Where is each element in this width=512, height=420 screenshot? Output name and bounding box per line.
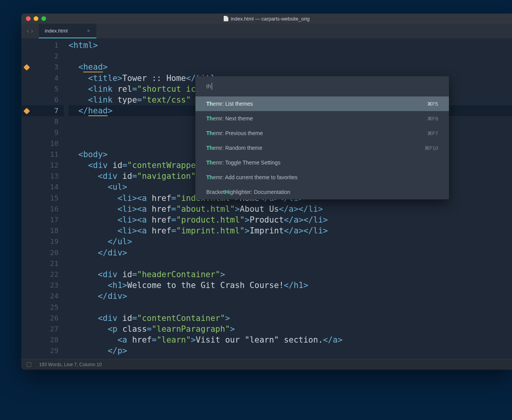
code-line: </p> xyxy=(68,345,512,356)
line-number: 1 xyxy=(21,40,64,51)
tab-close-icon[interactable]: × xyxy=(87,28,90,34)
line-number: 13 xyxy=(21,171,64,182)
code-line: <h1>Welcome to the Git Crash Course!</h1… xyxy=(68,280,512,291)
line-number: 20 xyxy=(21,247,64,258)
file-tab[interactable]: index.html × xyxy=(39,24,96,38)
line-number: 16 xyxy=(21,204,64,214)
command-palette-item[interactable]: Themr: Toggle Theme Settings xyxy=(195,155,449,170)
line-number: 2 xyxy=(21,51,64,62)
command-palette-list: Themr: List themes⌘F5Themr: Next theme⌘F… xyxy=(195,96,449,199)
command-palette: th Themr: List themes⌘F5Themr: Next them… xyxy=(195,76,449,199)
editor-window: index.html — carparts-website_orig ‹ › i… xyxy=(21,14,512,370)
line-number: 4 xyxy=(21,73,64,84)
line-number: 3 xyxy=(21,62,64,72)
code-line: <html> xyxy=(68,40,512,51)
code-line: <a href="learn">Visit our "learn" sectio… xyxy=(68,334,512,345)
code-line xyxy=(68,302,512,313)
line-number: 12 xyxy=(21,160,64,171)
command-palette-item[interactable]: Themr: Previous theme⌘F7 xyxy=(195,126,449,141)
line-number: 22 xyxy=(21,269,64,280)
code-line: </div> xyxy=(68,247,512,258)
command-palette-input[interactable]: th xyxy=(195,76,449,96)
editor-area: 1234567891011121314151617181920212223242… xyxy=(21,38,512,359)
line-number: 11 xyxy=(21,149,64,160)
line-number: 5 xyxy=(21,84,64,94)
line-number: 15 xyxy=(21,193,64,204)
line-number: 14 xyxy=(21,182,64,192)
line-number: 28 xyxy=(21,334,64,345)
code-line: <p class="learnParagraph"> xyxy=(68,324,512,334)
tab-label: index.html xyxy=(45,28,68,34)
shortcut-label: ⌘F10 xyxy=(425,145,438,151)
code-line: </div> xyxy=(68,291,512,302)
line-number: 29 xyxy=(21,345,64,356)
nav-back-button[interactable]: ‹ xyxy=(27,27,29,34)
titlebar: index.html — carparts-website_orig xyxy=(21,14,512,24)
line-number: 26 xyxy=(21,313,64,324)
code-line: <div id="contentContainer"> xyxy=(68,313,512,324)
shortcut-label: ⌘F8 xyxy=(427,116,438,122)
line-number: 21 xyxy=(21,258,64,269)
nav-forward-button[interactable]: › xyxy=(31,27,33,34)
code-line: </ul> xyxy=(68,236,512,247)
shortcut-label: ⌘F5 xyxy=(427,101,438,107)
line-number: 6 xyxy=(21,94,64,105)
line-number: 25 xyxy=(21,302,64,313)
code-line: <li><a href="product.html">Product</a></… xyxy=(68,214,512,225)
status-panel-icon[interactable] xyxy=(27,362,31,367)
line-number: 23 xyxy=(21,280,64,291)
line-number-gutter: 1234567891011121314151617181920212223242… xyxy=(21,38,64,359)
command-palette-item[interactable]: Themr: Random theme⌘F10 xyxy=(195,141,449,155)
line-number: 9 xyxy=(21,127,64,138)
command-palette-item[interactable]: Themr: Add current theme to favorites xyxy=(195,170,449,185)
file-icon xyxy=(224,16,228,21)
nav-buttons: ‹ › xyxy=(21,24,39,38)
line-number: 27 xyxy=(21,324,64,334)
status-bar: 193 Words, Line 7, Column 10 xyxy=(21,359,512,370)
command-palette-item[interactable]: Themr: List themes⌘F5 xyxy=(195,96,449,111)
text-caret xyxy=(212,83,212,90)
line-number: 8 xyxy=(21,116,64,127)
code-line xyxy=(68,258,512,269)
code-line: <div id="headerContainer"> xyxy=(68,269,512,280)
code-line: <li><a href="imprint.html">Imprint</a></… xyxy=(68,225,512,236)
window-title: index.html — carparts-website_orig xyxy=(21,16,512,22)
code-line: <li><a href="about.html">About Us</a></l… xyxy=(68,204,512,214)
window-title-text: index.html — carparts-website_orig xyxy=(231,16,310,22)
command-palette-item[interactable]: Themr: Next theme⌘F8 xyxy=(195,111,449,126)
line-number: 17 xyxy=(21,214,64,225)
line-number: 7 xyxy=(21,105,64,116)
status-text: 193 Words, Line 7, Column 10 xyxy=(39,362,102,367)
line-number: 24 xyxy=(21,291,64,302)
code-line xyxy=(68,51,512,62)
command-palette-query: th xyxy=(206,83,211,89)
line-number: 10 xyxy=(21,138,64,149)
shortcut-label: ⌘F7 xyxy=(427,130,438,136)
command-palette-item[interactable]: BracketHighlighter: Documentation xyxy=(195,185,449,199)
code-line: <head> xyxy=(68,62,512,72)
tab-bar: ‹ › index.html × xyxy=(21,24,512,38)
line-number: 19 xyxy=(21,236,64,247)
line-number: 18 xyxy=(21,225,64,236)
